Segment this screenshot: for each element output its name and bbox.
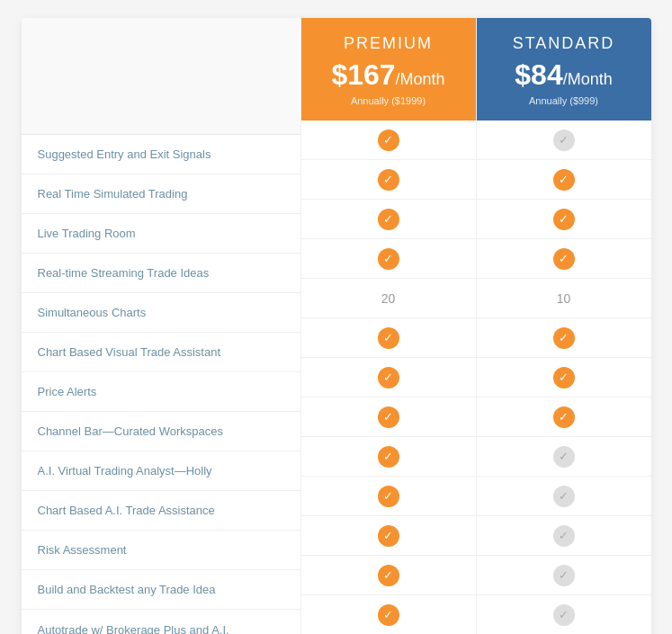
plan-cell: ✓ [301, 516, 476, 556]
check-icon-active: ✓ [553, 169, 575, 191]
feature-row: Autotrade w/ Brokerage Plus and A.I. [22, 610, 300, 634]
check-icon-active: ✓ [378, 525, 399, 547]
plan-cell: ✓ [477, 239, 651, 279]
check-icon-inactive: ✓ [553, 565, 575, 586]
plan-cell: ✓ [301, 239, 476, 279]
feature-row: Suggested Entry and Exit Signals [22, 135, 300, 174]
check-icon-active: ✓ [378, 604, 399, 626]
feature-rows: Suggested Entry and Exit SignalsReal Tim… [22, 135, 300, 634]
premium-rows: ✓✓✓✓20✓✓✓✓✓✓✓✓ [301, 121, 476, 634]
check-icon-inactive: ✓ [553, 604, 575, 626]
plan-cell: ✓ [301, 556, 476, 595]
plan-cell: ✓ [477, 477, 651, 516]
feature-row: Real-time Streaming Trade Ideas [22, 254, 300, 293]
plan-cell: ✓ [477, 595, 651, 634]
check-icon-active: ✓ [378, 248, 399, 270]
check-icon-inactive: ✓ [553, 446, 575, 468]
plan-cell: ✓ [477, 437, 651, 477]
standard-column: STANDARD $84/Month Annually ($999) ✓✓✓✓1… [476, 18, 651, 634]
plan-cell: ✓ [477, 200, 651, 239]
check-icon-inactive: ✓ [553, 486, 575, 507]
standard-rows: ✓✓✓✓10✓✓✓✓✓✓✓✓ [477, 121, 651, 634]
check-icon-active: ✓ [553, 406, 575, 428]
feature-row: Build and Backtest any Trade Idea [22, 570, 300, 610]
feature-row: Live Trading Room [22, 214, 300, 254]
check-icon-active: ✓ [378, 129, 399, 151]
premium-price: $167/Month [310, 58, 467, 92]
check-icon-active: ✓ [378, 327, 399, 349]
standard-header: STANDARD $84/Month Annually ($999) [477, 18, 651, 121]
standard-price-value: $84/Month [515, 58, 612, 91]
feature-row: Simultaneous Charts [22, 293, 300, 333]
plan-cell: ✓ [477, 160, 651, 200]
check-icon-active: ✓ [378, 406, 399, 428]
check-icon-active: ✓ [553, 327, 575, 349]
check-icon-active: ✓ [378, 486, 399, 507]
check-icon-active: ✓ [378, 367, 399, 388]
feature-row: Channel Bar—Curated Workspaces [22, 412, 300, 451]
premium-header: PREMIUM $167/Month Annually ($1999) [301, 18, 476, 121]
plan-cell: ✓ [477, 318, 651, 358]
plan-cell: ✓ [477, 121, 651, 160]
feature-row: Chart Based Visual Trade Assistant [22, 333, 300, 372]
plan-cell: ✓ [477, 556, 651, 595]
plan-cell: ✓ [477, 397, 651, 437]
plan-cell: ✓ [301, 200, 476, 239]
check-icon-active: ✓ [553, 367, 575, 388]
pricing-table: Suggested Entry and Exit SignalsReal Tim… [22, 18, 651, 634]
feature-row: A.I. Virtual Trading Analyst—Holly [22, 451, 300, 491]
feature-row: Risk Assessment [22, 531, 300, 570]
plan-cell: ✓ [301, 477, 476, 516]
features-header [22, 18, 300, 135]
check-icon-active: ✓ [553, 209, 575, 230]
premium-column: PREMIUM $167/Month Annually ($1999) ✓✓✓✓… [300, 18, 476, 634]
plan-cell: ✓ [301, 437, 476, 477]
plan-cell: ✓ [301, 595, 476, 634]
plan-cell: ✓ [301, 121, 476, 160]
check-icon-inactive: ✓ [553, 129, 575, 151]
features-column: Suggested Entry and Exit SignalsReal Tim… [22, 18, 300, 634]
plan-cell: ✓ [301, 160, 476, 200]
check-icon-active: ✓ [553, 248, 575, 270]
premium-annual: Annually ($1999) [310, 95, 467, 106]
plan-cell: ✓ [301, 358, 476, 397]
plan-cell: 20 [301, 279, 476, 318]
premium-plan-name: PREMIUM [310, 34, 467, 53]
plan-cell: ✓ [477, 358, 651, 397]
plan-cell: 10 [477, 279, 651, 318]
feature-row: Price Alerts [22, 372, 300, 412]
standard-annual: Annually ($999) [486, 95, 642, 106]
premium-price-value: $167/Month [331, 58, 444, 91]
standard-price: $84/Month [486, 58, 642, 92]
check-icon-active: ✓ [378, 169, 399, 191]
plan-cell: ✓ [301, 397, 476, 437]
check-icon-inactive: ✓ [553, 525, 575, 547]
plan-cell: ✓ [301, 318, 476, 358]
check-icon-active: ✓ [378, 565, 399, 586]
plan-cell: ✓ [477, 516, 651, 556]
standard-plan-name: STANDARD [486, 34, 642, 53]
feature-row: Chart Based A.I. Trade Assistance [22, 491, 300, 531]
simultaneous-charts-value: 20 [381, 291, 396, 306]
check-icon-active: ✓ [378, 446, 399, 468]
feature-row: Real Time Simulated Trading [22, 174, 300, 214]
check-icon-active: ✓ [378, 209, 399, 230]
simultaneous-charts-value: 10 [557, 291, 571, 306]
